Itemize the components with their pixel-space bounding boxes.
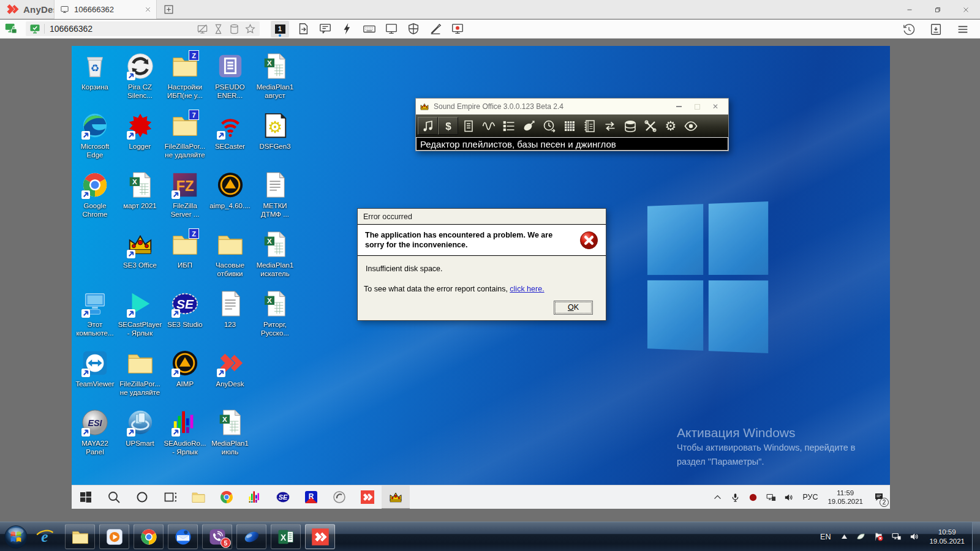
address-book-icon[interactable] bbox=[929, 23, 943, 36]
se-toolbar-scheduler-icon[interactable] bbox=[539, 117, 559, 135]
desktop-icon-anydesk[interactable]: AnyDesk bbox=[208, 349, 253, 388]
error-dialog[interactable]: Error occurred The application has encou… bbox=[357, 208, 606, 321]
host-taskbar-blue-app[interactable] bbox=[236, 524, 266, 549]
volume-icon[interactable] bbox=[783, 492, 794, 503]
minimize-button[interactable] bbox=[895, 0, 924, 19]
desktop-icon-aimp[interactable]: AIMP bbox=[162, 349, 208, 388]
address-bar[interactable]: 106666362 bbox=[26, 21, 260, 36]
hourglass-icon[interactable] bbox=[213, 23, 224, 35]
se-toolbar-music-icon[interactable] bbox=[418, 117, 438, 135]
display-settings-icon[interactable] bbox=[385, 22, 398, 36]
host-clock[interactable]: 10:59 19.05.2021 bbox=[929, 528, 965, 546]
se-toolbar-money-icon[interactable]: $ bbox=[438, 117, 458, 135]
host-taskbar-explorer[interactable] bbox=[65, 524, 95, 549]
se-toolbar-grid-icon[interactable] bbox=[559, 117, 579, 135]
network-icon[interactable] bbox=[766, 492, 776, 503]
remote-taskbar-cortana[interactable] bbox=[128, 485, 156, 509]
host-taskbar-anydesk[interactable] bbox=[305, 524, 335, 549]
desktop-icon-pseudo-ener[interactable]: PSEUDO ENER... bbox=[208, 52, 253, 100]
remote-taskbar-se3-studio[interactable]: SE bbox=[269, 485, 297, 509]
desktop-icon-mediaplan1-iskatel[interactable]: XMediaPlan1 искатель bbox=[252, 230, 298, 278]
se-close-button[interactable]: ✕ bbox=[706, 101, 725, 112]
remote-taskbar-anydesk[interactable] bbox=[353, 485, 382, 509]
keyboard-icon[interactable] bbox=[363, 22, 376, 36]
se-maximize-button[interactable] bbox=[688, 101, 706, 112]
history-icon[interactable] bbox=[902, 23, 916, 36]
storage-icon[interactable] bbox=[228, 23, 240, 35]
host-hidden-icons-chevron[interactable] bbox=[841, 534, 848, 539]
host-network-icon[interactable] bbox=[891, 531, 902, 542]
se-toolbar-database-icon[interactable] bbox=[620, 117, 640, 135]
sound-empire-window[interactable]: Sound Empire Office 3.0.0.123 Beta 2.4 ✕… bbox=[415, 98, 729, 151]
favorite-star-icon[interactable] bbox=[244, 23, 256, 35]
se-toolbar-waveform-icon[interactable] bbox=[478, 117, 499, 135]
new-session-tab-button[interactable] bbox=[163, 4, 175, 15]
desktop-icon-secaster[interactable]: SECaster bbox=[208, 111, 253, 151]
click-here-link[interactable]: click here. bbox=[510, 285, 544, 293]
desktop-icon-filezilla-server[interactable]: FZFileZilla Server ... bbox=[162, 171, 208, 219]
se-toolbar-transfer-icon[interactable] bbox=[600, 117, 620, 135]
desktop-icon-maya22-panel[interactable]: ESIMAYA22 Panel bbox=[72, 408, 118, 456]
action-center-button[interactable]: 2 bbox=[868, 485, 890, 509]
chat-icon[interactable] bbox=[318, 22, 332, 36]
remote-taskbar-task-view[interactable] bbox=[156, 485, 184, 509]
desktop-icon-ritorg[interactable]: XРиторг, Русско... bbox=[252, 290, 298, 337]
host-taskbar-excel[interactable]: X bbox=[271, 524, 301, 549]
close-button[interactable] bbox=[952, 0, 980, 19]
host-taskbar-thunderbird[interactable] bbox=[168, 524, 198, 549]
remote-taskbar-seaudiorouter[interactable] bbox=[241, 485, 269, 509]
remote-taskbar-start[interactable] bbox=[72, 485, 100, 509]
remote-language-indicator[interactable]: РУС bbox=[802, 493, 818, 501]
desktop-icon-recycle-bin[interactable]: ♻Корзина bbox=[72, 52, 118, 91]
remote-taskbar-se3-office[interactable] bbox=[382, 485, 410, 509]
se-toolbar-document-icon[interactable] bbox=[458, 117, 478, 135]
desktop-icon-this-pc[interactable]: Этот компьюте... bbox=[72, 290, 118, 337]
host-leaf-icon[interactable] bbox=[856, 531, 866, 542]
desktop-icon-pira-cz-silencer[interactable]: Pira CZ Silenc... bbox=[118, 52, 163, 100]
desktop-icon-ibp[interactable]: ZИБП bbox=[162, 230, 208, 269]
se-toolbar-log-icon[interactable] bbox=[579, 117, 600, 135]
remote-taskbar-r-app[interactable]: R bbox=[297, 485, 325, 509]
se-minimize-button[interactable] bbox=[669, 101, 688, 112]
se-toolbar-broadcast-icon[interactable] bbox=[519, 117, 539, 135]
host-language-indicator[interactable]: EN bbox=[820, 533, 831, 541]
host-taskbar-media-player[interactable] bbox=[99, 524, 129, 549]
host-taskbar-viber[interactable]: 5 bbox=[202, 524, 232, 549]
desktop-icon-dsfgen3[interactable]: ⚙DSFGen3 bbox=[252, 111, 298, 151]
desktop-icon-mart-2021[interactable]: Xмарт 2021 bbox=[118, 171, 163, 210]
actions-lightning-icon[interactable] bbox=[341, 22, 354, 36]
monitor-select-button[interactable]: 1 bbox=[271, 21, 289, 37]
desktop-icon-se3-studio[interactable]: SESE3 Studio bbox=[162, 290, 208, 329]
action-center-flag-icon[interactable] bbox=[873, 531, 884, 542]
session-tab[interactable]: 106666362 bbox=[54, 0, 157, 19]
file-transfer-icon[interactable] bbox=[296, 22, 310, 36]
remote-clock[interactable]: 11:59 19.05.2021 bbox=[827, 489, 863, 506]
restore-button[interactable] bbox=[924, 0, 952, 19]
microphone-icon[interactable] bbox=[730, 492, 741, 503]
desktop-icon-google-chrome[interactable]: Google Chrome bbox=[72, 171, 118, 219]
desktop-icon-teamviewer[interactable]: TeamViewer bbox=[72, 349, 118, 388]
remote-taskbar-file-explorer[interactable] bbox=[184, 485, 213, 509]
session-record-icon[interactable] bbox=[451, 22, 464, 36]
host-taskbar-chrome[interactable] bbox=[134, 524, 164, 549]
desktop-icon-mediaplan1-july[interactable]: XMediaPlan1 июль bbox=[208, 408, 253, 456]
desktop-icon-microsoft-edge[interactable]: Microsoft Edge bbox=[72, 111, 118, 159]
menu-icon[interactable] bbox=[956, 23, 970, 36]
desktop-icon-metki-dtmf[interactable]: МЕТКИ ДТМФ ... bbox=[252, 171, 298, 219]
se-toolbar-playlist-icon[interactable] bbox=[499, 117, 519, 135]
host-volume-icon[interactable] bbox=[909, 531, 919, 542]
desktop-icon-secastplayer[interactable]: SECastPlayer - Ярлык bbox=[118, 290, 163, 337]
desktop-icon-nastroyki-ibp[interactable]: ZНастройки ИБП(не у... bbox=[162, 52, 208, 100]
host-start-button[interactable] bbox=[4, 525, 28, 549]
internet-explorer-icon[interactable]: e bbox=[34, 527, 55, 547]
recording-dot-icon[interactable] bbox=[748, 492, 758, 503]
desktop-icon-chasovye-otbivki[interactable]: Часовые отбивки bbox=[208, 230, 253, 278]
desktop-icon-se3-office[interactable]: SE3 Office bbox=[118, 230, 163, 269]
desktop-icon-upsmart[interactable]: UPSmart bbox=[118, 408, 163, 448]
se-toolbar-view-icon[interactable] bbox=[680, 117, 701, 135]
desktop-icon-doc-123[interactable]: 123 bbox=[208, 290, 253, 329]
desktop-icon-filezilla-portable-2[interactable]: FileZillaPor... не удаляйте bbox=[118, 349, 163, 397]
hidden-icons-chevron[interactable] bbox=[712, 492, 723, 503]
whiteboard-pen-icon[interactable] bbox=[429, 22, 442, 36]
monitor-off-icon[interactable] bbox=[197, 23, 208, 35]
